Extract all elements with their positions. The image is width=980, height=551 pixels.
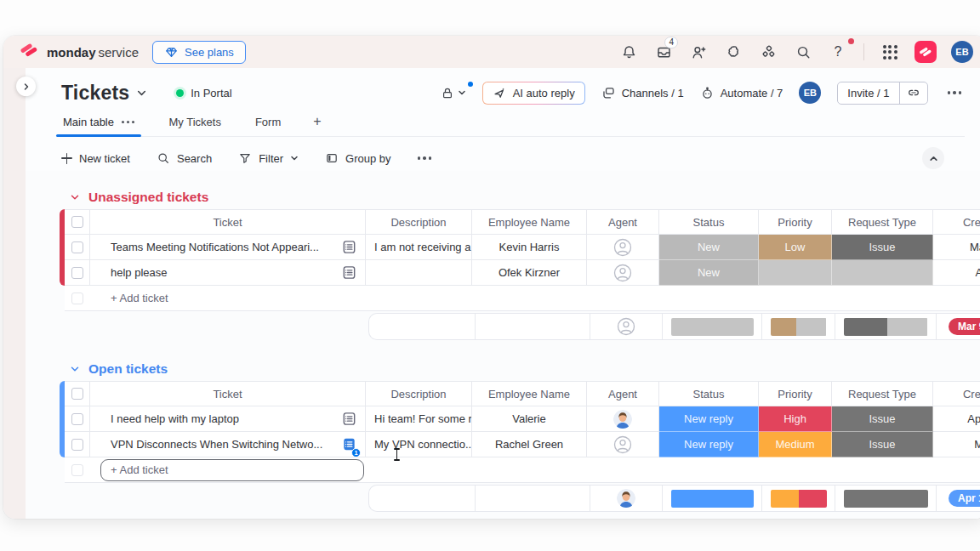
board-member-avatar[interactable]: EB bbox=[799, 82, 821, 104]
creation-date-cell[interactable]: Apr 10 bbox=[933, 406, 980, 432]
inbox-tray-icon[interactable]: 4 bbox=[653, 42, 674, 62]
portal-status[interactable]: In Portal bbox=[176, 87, 231, 99]
column-header-ticket[interactable]: Ticket bbox=[90, 209, 366, 235]
select-all-checkbox[interactable] bbox=[71, 216, 83, 228]
open-item-icon-with-updates[interactable]: 1 bbox=[341, 436, 357, 455]
column-header-priority[interactable]: Priority bbox=[759, 381, 832, 406]
group-by-button[interactable]: Group by bbox=[325, 151, 390, 165]
summary-date-cell[interactable]: Apr 10 - bbox=[937, 486, 980, 511]
column-header-creation[interactable]: Creation bbox=[933, 209, 980, 235]
column-header-priority[interactable]: Priority bbox=[759, 209, 832, 235]
summary-status-cell[interactable] bbox=[663, 314, 762, 339]
ticket-cell[interactable]: Teams Meeting Notifications Not Appeari.… bbox=[90, 235, 366, 260]
see-plans-button[interactable]: See plans bbox=[152, 41, 246, 64]
add-view-button[interactable]: + bbox=[313, 114, 321, 136]
row-checkbox[interactable] bbox=[71, 413, 83, 425]
description-cell[interactable] bbox=[366, 260, 472, 286]
request-type-cell[interactable]: Issue bbox=[832, 432, 933, 457]
status-cell[interactable]: New bbox=[659, 260, 759, 286]
column-header-description[interactable]: Description bbox=[366, 381, 472, 406]
creation-date-cell[interactable]: Apr bbox=[933, 260, 980, 286]
request-type-cell[interactable] bbox=[832, 260, 933, 286]
tab-menu-icon[interactable] bbox=[122, 121, 135, 124]
column-header-ticket[interactable]: Ticket bbox=[90, 381, 366, 406]
add-ticket-label[interactable]: + Add ticket bbox=[90, 286, 980, 310]
employee-cell[interactable]: Rachel Green bbox=[472, 432, 587, 457]
board-menu-button[interactable] bbox=[944, 88, 966, 98]
tab-form[interactable]: Form bbox=[254, 116, 282, 136]
copy-link-icon[interactable] bbox=[900, 86, 927, 99]
table-row[interactable]: VPN Disconnects When Switching Netwo... … bbox=[65, 432, 980, 457]
column-header-agent[interactable]: Agent bbox=[587, 209, 659, 235]
column-header-status[interactable]: Status bbox=[659, 209, 759, 235]
collapse-header-button[interactable] bbox=[922, 147, 944, 169]
column-header-creation[interactable]: Creation bbox=[933, 381, 980, 406]
ticket-cell[interactable]: VPN Disconnects When Switching Netwo... … bbox=[90, 432, 366, 457]
products-switcher-icon[interactable] bbox=[758, 42, 778, 62]
table-row[interactable]: I need help with my laptop Hi team! For … bbox=[65, 406, 980, 432]
new-ticket-button[interactable]: New ticket bbox=[61, 152, 130, 165]
summary-request-cell[interactable] bbox=[835, 314, 937, 339]
search-icon[interactable] bbox=[793, 42, 813, 62]
status-cell[interactable]: New reply bbox=[659, 432, 759, 457]
priority-cell[interactable]: High bbox=[759, 406, 832, 432]
summary-priority-cell[interactable] bbox=[762, 314, 835, 339]
monday-logo-icon[interactable] bbox=[19, 40, 39, 64]
help-icon[interactable]: ? bbox=[828, 42, 848, 62]
agent-cell[interactable] bbox=[587, 406, 659, 432]
open-item-icon[interactable] bbox=[341, 264, 357, 281]
description-cell[interactable]: I am not receiving a... bbox=[366, 235, 472, 260]
tab-main-table[interactable]: Main table bbox=[61, 116, 136, 136]
board-title-chevron-icon[interactable] bbox=[136, 88, 147, 99]
status-cell[interactable]: New reply bbox=[659, 406, 759, 432]
collapsed-sidebar[interactable] bbox=[3, 68, 26, 519]
group-header-unassigned[interactable]: Unassigned tickets bbox=[70, 190, 980, 205]
notifications-bell-icon[interactable] bbox=[618, 42, 639, 62]
agent-cell[interactable] bbox=[587, 432, 659, 457]
column-header-status[interactable]: Status bbox=[659, 381, 759, 406]
monday-app-badge-icon[interactable] bbox=[914, 41, 937, 63]
ticket-cell[interactable]: help please bbox=[90, 260, 366, 286]
app-grid-icon[interactable] bbox=[880, 42, 900, 62]
description-cell[interactable]: My VPN connectio... bbox=[366, 432, 472, 457]
agent-cell[interactable] bbox=[587, 260, 659, 286]
automate-button[interactable]: Automate / 7 bbox=[700, 86, 783, 100]
add-ticket-row[interactable]: + Add ticket bbox=[65, 286, 980, 311]
priority-cell[interactable] bbox=[759, 260, 832, 286]
open-item-icon[interactable] bbox=[341, 411, 357, 427]
search-button[interactable]: Search bbox=[157, 151, 212, 165]
table-row[interactable]: help please Ofek Kirzner New Apr bbox=[65, 260, 980, 286]
employee-cell[interactable]: Valerie bbox=[472, 406, 587, 432]
column-header-request-type[interactable]: Request Type bbox=[832, 209, 933, 235]
summary-priority-cell[interactable] bbox=[762, 486, 835, 511]
column-header-employee[interactable]: Employee Name bbox=[472, 209, 587, 235]
ticket-cell[interactable]: I need help with my laptop bbox=[90, 406, 366, 432]
row-checkbox[interactable] bbox=[71, 267, 83, 279]
sidebar-expand-button[interactable] bbox=[16, 77, 36, 96]
employee-cell[interactable]: Kevin Harris bbox=[472, 235, 587, 260]
summary-request-cell[interactable] bbox=[835, 486, 937, 511]
open-item-icon[interactable] bbox=[341, 239, 357, 255]
creation-date-cell[interactable]: Mar 9 bbox=[933, 235, 980, 260]
board-permissions-button[interactable] bbox=[441, 86, 466, 100]
group-header-open[interactable]: Open tickets bbox=[70, 361, 980, 377]
priority-cell[interactable]: Low bbox=[759, 235, 832, 260]
add-ticket-label[interactable]: + Add ticket bbox=[90, 457, 980, 482]
creation-date-cell[interactable]: Mar bbox=[933, 432, 980, 457]
ai-auto-reply-button[interactable]: AI auto reply bbox=[482, 82, 585, 105]
channels-button[interactable]: Channels / 1 bbox=[601, 86, 684, 100]
group-collapse-chevron-icon[interactable] bbox=[70, 364, 80, 374]
request-type-cell[interactable]: Issue bbox=[832, 235, 933, 260]
user-avatar[interactable]: EB bbox=[951, 41, 973, 63]
column-header-request-type[interactable]: Request Type bbox=[832, 381, 933, 406]
invite-button[interactable]: Invite / 1 bbox=[837, 82, 927, 105]
summary-date-cell[interactable]: Mar 9 - bbox=[937, 314, 980, 339]
row-checkbox[interactable] bbox=[71, 439, 83, 451]
employee-cell[interactable]: Ofek Kirzner bbox=[472, 260, 587, 286]
table-row[interactable]: Teams Meeting Notifications Not Appeari.… bbox=[65, 235, 980, 260]
row-checkbox[interactable] bbox=[71, 241, 83, 253]
apps-marketplace-icon[interactable] bbox=[723, 42, 744, 62]
agent-cell[interactable] bbox=[587, 235, 659, 260]
filter-button[interactable]: Filter bbox=[238, 151, 299, 165]
request-type-cell[interactable]: Issue bbox=[832, 406, 933, 432]
